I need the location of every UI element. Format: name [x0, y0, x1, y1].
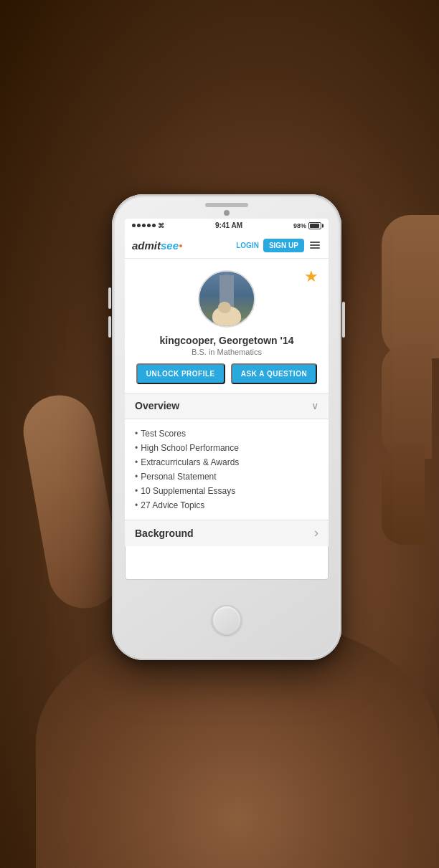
volume-up-button[interactable] [108, 287, 111, 309]
item-text: 10 Supplemental Essays [141, 486, 235, 496]
profile-name: kingcooper, Georgetown '14 [160, 335, 294, 346]
avatar [198, 270, 255, 328]
phone-bottom [212, 580, 242, 660]
menu-button[interactable] [308, 240, 321, 250]
status-bar: ⌘ 9:41 AM 98% [125, 219, 329, 233]
navigation-bar: admitsee LOGIN SIGN UP [125, 233, 329, 259]
list-item: • Test Scores [135, 426, 318, 441]
item-text: Personal Statement [141, 472, 216, 482]
signal-dot [142, 224, 146, 227]
speaker-grille [205, 203, 248, 207]
signal-area: ⌘ [132, 222, 164, 229]
power-button[interactable] [342, 302, 345, 338]
list-item: • 27 Advice Topics [135, 498, 318, 512]
item-text: High School Performance [141, 443, 239, 453]
nav-actions: LOGIN SIGN UP [236, 239, 321, 252]
logo-see-text: see [161, 239, 179, 252]
app-logo: admitsee [132, 239, 182, 252]
menu-line [310, 242, 320, 243]
battery-fill [310, 224, 319, 228]
logo-admit-text: admit [132, 239, 161, 252]
ask-question-button[interactable]: ASK A QUESTION [231, 363, 317, 384]
battery-percentage: 98% [293, 222, 306, 229]
menu-line [310, 244, 320, 246]
logo-dot [179, 244, 182, 247]
item-text: Test Scores [141, 429, 186, 439]
signup-button[interactable]: SIGN UP [263, 239, 304, 252]
profile-degree: B.S. in Mathematics [192, 348, 262, 356]
bullet-icon: • [135, 429, 138, 439]
signal-dot [152, 224, 156, 227]
profile-section: ★ kingcooper, Georgetown '14 B.S. in Mat… [125, 259, 329, 394]
background-title: Background [135, 528, 194, 539]
finger-decoration [382, 344, 432, 459]
favorite-star-icon[interactable]: ★ [304, 267, 318, 286]
home-button[interactable] [212, 605, 242, 635]
bullet-icon: • [135, 457, 138, 467]
overview-title: Overview [135, 400, 179, 411]
bullet-icon: • [135, 472, 138, 482]
background-section-header[interactable]: Background › [125, 520, 329, 546]
unlock-profile-button[interactable]: UNLOCK PROFILE [136, 363, 225, 384]
battery-area: 98% [293, 222, 321, 229]
list-item: • High School Performance [135, 441, 318, 455]
bullet-icon: • [135, 500, 138, 510]
finger-decoration [382, 215, 439, 358]
phone-screen: ⌘ 9:41 AM 98% admitsee LOGIN SIGN UP [125, 219, 329, 580]
volume-down-button[interactable] [108, 316, 111, 338]
status-time: 9:41 AM [215, 221, 242, 229]
login-button[interactable]: LOGIN [236, 242, 259, 249]
battery-icon [308, 222, 321, 229]
item-text: Extracurriculars & Awards [141, 457, 239, 467]
bullet-icon: • [135, 486, 138, 496]
signal-dots [132, 224, 156, 227]
signal-dot [132, 224, 136, 227]
username: kingcooper, [160, 335, 217, 346]
finger-decoration [382, 444, 425, 545]
list-item: • Extracurriculars & Awards [135, 455, 318, 469]
school-name: Georgetown '14 [219, 335, 293, 346]
front-camera [224, 210, 230, 216]
chevron-right-icon: › [314, 525, 318, 540]
overview-section-header[interactable]: Overview ∨ [125, 394, 329, 419]
dog-head [218, 302, 231, 313]
signal-dot [147, 224, 151, 227]
list-item: • Personal Statement [135, 469, 318, 484]
item-text: 27 Advice Topics [141, 500, 204, 510]
list-item: • 10 Supplemental Essays [135, 484, 318, 498]
overview-content: • Test Scores • High School Performance … [125, 419, 329, 520]
phone-frame: ⌘ 9:41 AM 98% admitsee LOGIN SIGN UP [112, 194, 341, 660]
dog-figure [212, 306, 241, 326]
menu-line [310, 247, 320, 249]
signal-dot [137, 224, 141, 227]
phone-top [112, 194, 341, 213]
wifi-icon: ⌘ [158, 222, 164, 229]
bullet-icon: • [135, 443, 138, 453]
profile-actions: UNLOCK PROFILE ASK A QUESTION [136, 363, 317, 384]
chevron-down-icon: ∨ [311, 400, 318, 411]
